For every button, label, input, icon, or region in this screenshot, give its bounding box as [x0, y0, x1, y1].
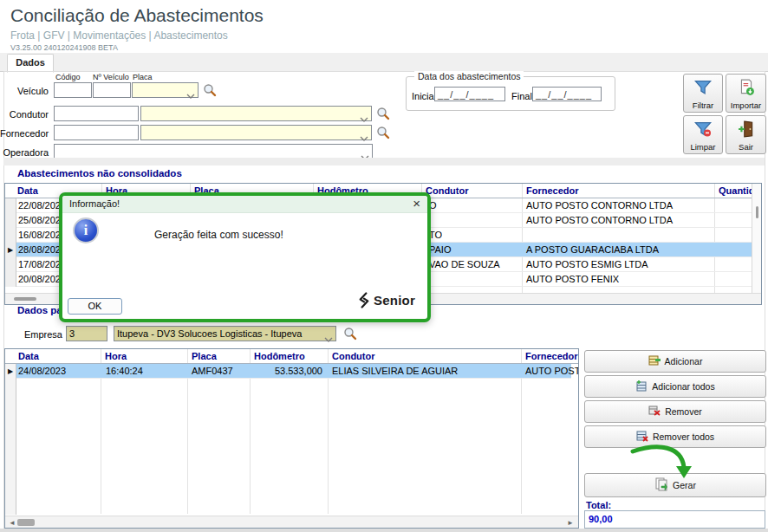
info-dialog: Informação! × i Geração feita com sucess… [59, 192, 431, 322]
column-header-condutor[interactable]: Condutor [332, 351, 374, 361]
chevron-down-icon [360, 131, 368, 145]
filtrar-button[interactable]: Filtrar [683, 74, 723, 113]
row-indicator-column [5, 198, 16, 287]
page-title: Conciliação de Abastecimentos [10, 5, 264, 26]
scroll-right-arrow[interactable]: ► [567, 520, 574, 527]
senior-logo: Senior [357, 292, 415, 308]
exit-door-icon [738, 116, 755, 142]
placa-combo[interactable] [132, 82, 199, 98]
dialog-message: Geração feita com sucesso! [154, 229, 283, 241]
version-label: V3.25.00 240120241908 BETA [10, 43, 118, 52]
scrollbar-thumb[interactable] [14, 297, 36, 301]
annotation-arrow [621, 443, 700, 483]
date-group-title: Data dos abastecimentos [414, 71, 524, 81]
placa-search-icon[interactable] [203, 83, 217, 101]
remover-button[interactable]: Remover [584, 400, 766, 423]
total-value: 90,00 [584, 510, 765, 529]
column-header-fornecedor[interactable]: Fornecedor [525, 351, 578, 361]
empresa-search-icon[interactable] [343, 327, 357, 344]
info-icon: i [73, 217, 99, 243]
current-row-arrow-icon: ▶ [8, 246, 13, 254]
import-file-icon [738, 75, 755, 101]
fornecedor-label: Fornecedor [0, 128, 49, 139]
scroll-left-arrow[interactable]: ◄ [9, 520, 16, 527]
operadora-label: Operadora [0, 147, 49, 158]
fornecedor-combo[interactable] [140, 125, 372, 140]
column-header-hodometro[interactable]: Hodômetro [254, 351, 305, 361]
funnel-clear-icon [694, 116, 712, 142]
remove-all-rows-icon [636, 431, 648, 444]
column-header-quantidade[interactable]: Quantidade [719, 185, 753, 196]
tab-strip [0, 53, 768, 72]
vertical-scrollbar[interactable] [752, 184, 761, 293]
codigo-input[interactable] [54, 82, 92, 98]
section-divider [3, 158, 765, 165]
app-window: Conciliação de Abastecimentos Frota | GF… [0, 0, 768, 532]
adicionar-button[interactable]: Adicionar [584, 350, 766, 373]
chevron-down-icon [186, 88, 195, 102]
total-label: Total: [586, 500, 611, 510]
add-row-icon [648, 355, 661, 367]
remove-row-icon [648, 405, 661, 418]
adicionar-todos-button[interactable]: Adicionar todos [584, 375, 766, 398]
horizontal-scrollbar[interactable]: ◄ ► [5, 516, 578, 528]
column-header-data[interactable]: Data [18, 351, 39, 361]
placa-mini-label: Placa [133, 73, 153, 81]
empresa-combo[interactable]: Itupeva - DV3 Solucoes Logisticas - Itup… [114, 326, 336, 341]
nveiculo-mini-label: Nº Veículo [93, 73, 129, 81]
inicial-date-input[interactable]: __/__/____ [434, 87, 505, 101]
num-veiculo-input[interactable] [93, 82, 131, 98]
empresa-label: Empresa [19, 329, 62, 340]
senior-logo-text: Senior [374, 293, 415, 308]
row-indicator-column [5, 364, 16, 515]
condutor-combo[interactable] [140, 106, 372, 121]
final-date-input[interactable]: __/__/____ [532, 87, 602, 101]
empresa-code-input[interactable]: 3 [66, 326, 107, 341]
add-all-rows-icon [635, 380, 648, 393]
fornecedor-code-input[interactable] [54, 125, 139, 140]
table-row-selected[interactable]: 24/08/2023 16:40:24 AMF0437 53.533,000 E… [16, 364, 571, 379]
chevron-down-icon [360, 112, 368, 126]
sair-button[interactable]: Sair [726, 115, 766, 154]
date-range-group: Data dos abastecimentos Inicial __/__/__… [406, 76, 615, 111]
codigo-mini-label: Código [55, 73, 81, 81]
column-header-fornecedor[interactable]: Fornecedor [526, 185, 579, 196]
column-header-condutor[interactable]: Condutor [426, 185, 468, 196]
breadcrumb: Frota | GFV | Movimentações | Abastecime… [10, 29, 228, 42]
current-row-arrow-icon: ▶ [8, 367, 13, 375]
inicial-label: Inicial [412, 91, 436, 101]
window-bottom-strip [0, 529, 768, 532]
funnel-icon [694, 75, 712, 101]
column-header-hora[interactable]: Hora [105, 351, 127, 361]
condutor-search-icon[interactable] [376, 107, 390, 124]
dialog-title: Informação! [69, 198, 120, 209]
grid-bottom-title: Dados pa [17, 305, 62, 315]
close-icon[interactable]: × [413, 196, 420, 211]
limpar-button[interactable]: Limpar [683, 115, 723, 154]
scrollbar-thumb[interactable] [756, 206, 758, 218]
condutor-code-input[interactable] [54, 106, 139, 121]
dialog-title-bar: Informação! × [62, 196, 427, 213]
scrollbar-thumb[interactable] [17, 519, 35, 526]
chevron-down-icon [324, 332, 333, 346]
ok-button[interactable]: OK [68, 298, 122, 315]
column-header-placa[interactable]: Placa [192, 351, 217, 361]
importar-button[interactable]: Importar [726, 74, 766, 113]
tab-dados[interactable]: Dados [7, 54, 54, 73]
veiculo-label: Veículo [0, 86, 49, 96]
fornecedor-search-icon[interactable] [376, 126, 390, 143]
grid-top-title: Abastecimentos não consolidados [17, 168, 182, 178]
condutor-label: Condutor [0, 109, 49, 120]
column-header-data[interactable]: Data [17, 185, 38, 196]
final-label: Final [511, 91, 532, 101]
grid-dados-geracao: Data Hora Placa Hodômetro Condutor Forne… [4, 348, 579, 529]
senior-logo-glyph [357, 292, 370, 308]
